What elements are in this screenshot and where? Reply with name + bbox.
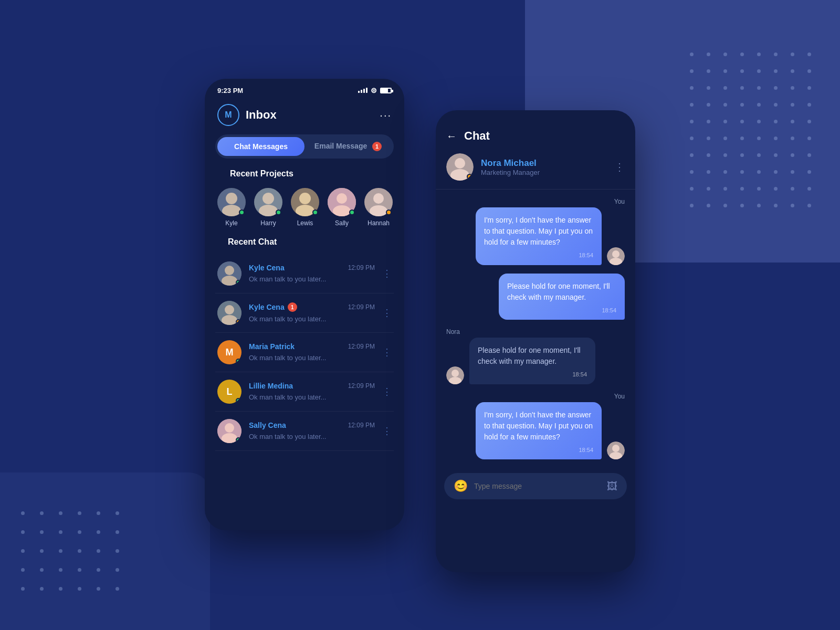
decorative-dot: [707, 204, 710, 207]
project-avatars-list: Kyle Harry: [217, 188, 392, 227]
harry-name: Harry: [260, 219, 276, 227]
dots-grid-left: [21, 511, 127, 598]
lewis-name: Lewis: [297, 219, 313, 227]
decorative-dot: [97, 568, 100, 572]
msg-bubble-2: Please hold for one moment, I'll check w…: [469, 338, 595, 384]
decorative-dot: [807, 153, 811, 157]
chat-item-2[interactable]: M Maria Patrick 12:09 PM Ok man talk to …: [215, 333, 394, 372]
hannah-avatar-wrap: [364, 188, 393, 216]
project-person-sally[interactable]: Sally: [328, 188, 356, 227]
chat-avatar-3: L: [217, 380, 242, 404]
decorative-dot: [723, 52, 727, 56]
decorative-dot: [21, 568, 25, 572]
decorative-dot: [807, 120, 811, 123]
decorative-dot: [757, 86, 761, 90]
decorative-dot: [59, 530, 62, 534]
decorative-dot: [774, 170, 778, 174]
svg-point-11: [333, 205, 351, 216]
chat-avatar-2: M: [217, 340, 242, 364]
msg-bubble-0: I'm sorry, I don't have the answer to th…: [476, 207, 602, 265]
decorative-dot: [690, 52, 694, 56]
decorative-dot: [723, 153, 727, 157]
chat-menu-2[interactable]: ⋮: [382, 346, 392, 358]
chat-item-4[interactable]: Sally Cena 12:09 PM Ok man talk to you l…: [215, 412, 394, 451]
project-person-lewis[interactable]: Lewis: [291, 188, 319, 227]
decorative-dot: [757, 204, 761, 207]
decorative-dot: [774, 69, 778, 73]
chat-info-2: Maria Patrick 12:09 PM Ok man talk to yo…: [249, 342, 375, 362]
decorative-dot: [690, 103, 694, 107]
decorative-dot: [40, 568, 44, 572]
msg-wrap-1: Please hold for one moment, I'll check w…: [446, 274, 625, 320]
chat-info-3: Lillie Medina 12:09 PM Ok man talk to yo…: [249, 382, 375, 402]
svg-point-25: [455, 158, 465, 169]
inbox-title: Inbox: [246, 108, 277, 122]
project-person-harry[interactable]: Harry: [254, 188, 282, 227]
emoji-button[interactable]: 😊: [454, 479, 468, 493]
user-avatar: M: [217, 104, 239, 126]
kyle-avatar-wrap: [217, 188, 246, 216]
decorative-dot: [791, 86, 794, 90]
chat-avatar-1: [217, 301, 242, 325]
contact-name: Nora Michael: [481, 158, 540, 169]
lewis-status: [312, 209, 318, 215]
decorative-dot: [774, 103, 778, 107]
more-menu-button[interactable]: ···: [380, 109, 392, 121]
chat-time-3: 12:09 PM: [348, 382, 375, 390]
chat-name-3: Lillie Medina: [249, 382, 293, 390]
decorative-dot: [78, 549, 81, 553]
msg-wrap-2: Please hold for one moment, I'll check w…: [446, 338, 625, 384]
chat-preview-1: Ok man talk to you later...: [249, 315, 326, 323]
chat-menu-4[interactable]: ⋮: [382, 425, 392, 437]
attach-button[interactable]: 🖼: [607, 480, 617, 492]
decorative-dot: [690, 187, 694, 191]
tab-chat-messages[interactable]: Chat Messages: [217, 137, 304, 156]
decorative-dot: [723, 204, 727, 207]
back-button[interactable]: ←: [446, 130, 457, 142]
chat-menu-1[interactable]: ⋮: [382, 307, 392, 319]
chat-preview-0: Ok man talk to you later...: [249, 275, 326, 283]
recv-avatar-2: [446, 366, 464, 384]
contact-more-button[interactable]: ⋮: [614, 161, 625, 173]
status-icons: ⊜: [358, 86, 392, 94]
tab-email-message[interactable]: Email Message 1: [304, 136, 392, 156]
decorative-dot: [757, 170, 761, 174]
wifi-icon: ⊜: [371, 86, 377, 94]
decorative-dot: [807, 204, 811, 207]
project-person-kyle[interactable]: Kyle: [217, 188, 246, 227]
chat-avatar-0: [217, 261, 242, 286]
msg-time-1: 18:54: [507, 306, 616, 315]
msg-time-2: 18:54: [478, 370, 587, 379]
chat-menu-3[interactable]: ⋮: [382, 386, 392, 397]
dots-grid-right: [690, 52, 819, 215]
decorative-dot: [21, 549, 25, 553]
chat-menu-0[interactable]: ⋮: [382, 268, 392, 279]
decorative-dot: [723, 69, 727, 73]
decorative-dot: [774, 120, 778, 123]
chat-item-0[interactable]: Kyle Cena 12:09 PM Ok man talk to you la…: [215, 254, 394, 293]
project-person-hannah[interactable]: Hannah: [364, 188, 393, 227]
decorative-dot: [740, 136, 744, 140]
decorative-dot: [740, 153, 744, 157]
decorative-dot: [807, 52, 811, 56]
msg-wrap-3: I'm sorry, I don't have the answer to th…: [446, 402, 625, 460]
recent-projects-label: Recent Projects: [217, 169, 392, 186]
message-group-2: Nora Please hold for one moment, I'll ch…: [446, 328, 625, 384]
decorative-dot: [791, 69, 794, 73]
svg-point-14: [370, 205, 387, 216]
decorative-dot: [791, 153, 794, 157]
chat-time-1: 12:09 PM: [348, 303, 375, 311]
harry-avatar-wrap: [254, 188, 282, 216]
chat-online-2: [236, 359, 241, 364]
decorative-dot: [774, 187, 778, 191]
decorative-dot: [723, 136, 727, 140]
contact-info: Nora Michael Marketing Manager ⋮: [436, 151, 635, 190]
sally-status: [349, 209, 355, 215]
sender-label-0: You: [446, 198, 625, 205]
message-input[interactable]: [474, 482, 601, 490]
decorative-dot: [78, 530, 81, 534]
chat-item-3[interactable]: L Lillie Medina 12:09 PM Ok man talk to …: [215, 372, 394, 412]
chat-item-1[interactable]: Kyle Cena 1 12:09 PM Ok man talk to you …: [215, 293, 394, 333]
battery-icon: [380, 88, 392, 93]
decorative-dot: [78, 568, 81, 572]
